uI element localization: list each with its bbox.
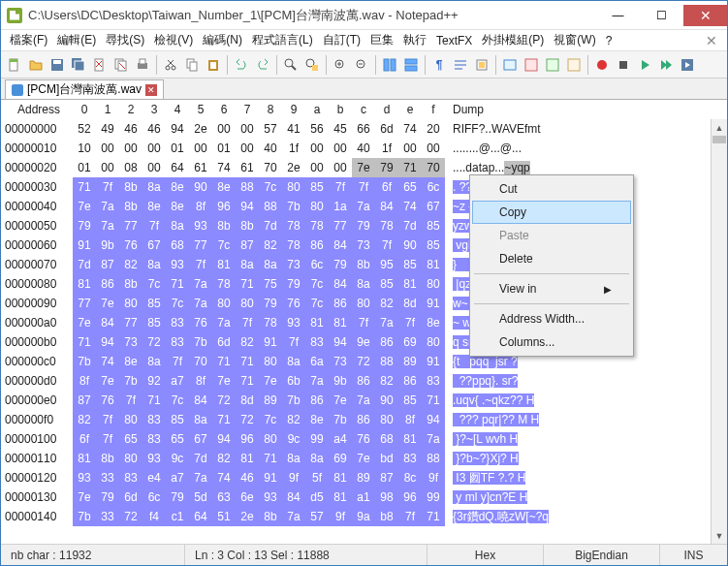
hex-byte[interactable]: 72 <box>212 391 236 410</box>
hex-byte[interactable]: 85 <box>398 255 422 274</box>
hex-byte[interactable]: 79 <box>282 274 305 294</box>
hex-byte[interactable]: 7a <box>189 294 212 313</box>
hex-row[interactable]: 000000101000000001000100401f0000401f0000… <box>1 139 727 158</box>
hex-byte[interactable]: 88 <box>259 197 282 216</box>
hex-byte[interactable]: bd <box>375 449 398 468</box>
hex-byte[interactable]: 7a <box>305 371 329 391</box>
hex-byte[interactable]: 7e <box>352 158 375 177</box>
hex-byte[interactable]: 7b <box>282 197 305 216</box>
hex-byte[interactable]: 7e <box>73 313 96 332</box>
hex-byte[interactable]: 6d <box>119 487 142 507</box>
hex-byte[interactable]: 7f <box>96 410 119 429</box>
hex-byte[interactable]: 61 <box>189 158 212 177</box>
hex-byte[interactable]: 2e <box>236 507 259 526</box>
hex-byte[interactable]: 7a <box>189 274 212 294</box>
hex-byte[interactable]: 67 <box>189 429 212 449</box>
hex-byte[interactable]: 73 <box>119 332 142 352</box>
hex-byte[interactable]: 80 <box>305 197 329 216</box>
hex-byte[interactable]: 99 <box>422 487 445 507</box>
hex-byte[interactable]: 9c <box>166 449 189 468</box>
cut-icon[interactable] <box>161 55 180 75</box>
hex-byte[interactable]: 71 <box>236 352 259 371</box>
hex-byte[interactable]: 1a <box>329 197 352 216</box>
hex-byte[interactable]: 86 <box>96 274 119 294</box>
hex-byte[interactable]: 8a <box>305 449 329 468</box>
hex-byte[interactable]: f4 <box>142 507 166 526</box>
hex-byte[interactable]: 7c <box>212 236 236 255</box>
hex-byte[interactable]: 96 <box>398 487 422 507</box>
hex-byte[interactable]: 45 <box>329 119 352 139</box>
hex-byte[interactable]: 85 <box>142 294 166 313</box>
hex-byte[interactable]: 80 <box>212 294 236 313</box>
hex-byte[interactable]: 84 <box>96 313 119 332</box>
hex-byte[interactable]: 00 <box>142 158 166 177</box>
hex-byte[interactable]: a1 <box>352 487 375 507</box>
hex-row[interactable]: 000000f0827f8083858a71727c828e7b86808f94… <box>1 410 727 429</box>
hex-byte[interactable]: 7a <box>96 197 119 216</box>
hex-byte[interactable]: 71 <box>398 158 422 177</box>
hex-byte[interactable]: 7f <box>119 391 142 410</box>
hex-byte[interactable]: 8b <box>119 274 142 294</box>
hex-byte[interactable]: 96 <box>236 429 259 449</box>
hex-dump[interactable]: ??ppq}. sr? <box>445 371 723 391</box>
hex-byte[interactable]: a7 <box>166 468 189 487</box>
hex-byte[interactable]: 81 <box>212 255 236 274</box>
hex-byte[interactable]: 79 <box>166 487 189 507</box>
hex-byte[interactable]: 8a <box>142 255 166 274</box>
hex-byte[interactable]: 85 <box>422 236 445 255</box>
hex-byte[interactable]: 79 <box>73 216 96 236</box>
hex-byte[interactable]: 94 <box>422 410 445 429</box>
hex-byte[interactable]: 85 <box>375 274 398 294</box>
sync-v-icon[interactable] <box>380 55 399 75</box>
hex-byte[interactable]: 41 <box>282 119 305 139</box>
hex-byte[interactable]: 8e <box>166 177 189 197</box>
hex-byte[interactable]: 7c <box>142 274 166 294</box>
hex-byte[interactable]: 81 <box>73 274 96 294</box>
hex-byte[interactable]: 9f <box>422 468 445 487</box>
doc-map-icon[interactable] <box>522 55 541 75</box>
hex-byte[interactable]: 86 <box>398 371 422 391</box>
hex-dump[interactable]: RIFF?..WAVEfmt <box>445 119 723 139</box>
hex-byte[interactable]: 8e <box>166 197 189 216</box>
hex-byte[interactable]: 63 <box>212 487 236 507</box>
hex-byte[interactable]: 1f <box>375 139 398 158</box>
hex-byte[interactable]: 6a <box>305 352 329 371</box>
tab-close-icon[interactable]: ✕ <box>145 84 157 96</box>
hex-byte[interactable]: 94 <box>166 119 189 139</box>
hex-byte[interactable]: 95 <box>375 255 398 274</box>
hex-byte[interactable]: 88 <box>236 177 259 197</box>
hex-byte[interactable]: 78 <box>282 236 305 255</box>
hex-byte[interactable]: 7e <box>96 294 119 313</box>
hex-byte[interactable]: 84 <box>329 274 352 294</box>
hex-byte[interactable]: 7f <box>96 429 119 449</box>
hex-byte[interactable]: 8b <box>119 197 142 216</box>
hex-byte[interactable]: 46 <box>236 468 259 487</box>
save-icon[interactable] <box>47 55 67 75</box>
hex-byte[interactable]: 9b <box>96 236 119 255</box>
hex-byte[interactable]: 72 <box>236 410 259 429</box>
hex-byte[interactable]: 77 <box>189 236 212 255</box>
hex-byte[interactable]: 00 <box>142 139 166 158</box>
hex-byte[interactable]: 7f <box>375 236 398 255</box>
hex-byte[interactable]: 81 <box>329 487 352 507</box>
hex-byte[interactable]: 94 <box>329 332 352 352</box>
hex-byte[interactable]: 80 <box>352 294 375 313</box>
hex-byte[interactable]: 71 <box>422 507 445 526</box>
ctx-cut[interactable]: Cut <box>472 177 631 201</box>
hex-byte[interactable]: 76 <box>352 429 375 449</box>
scroll-down-icon[interactable]: ▼ <box>712 527 727 544</box>
hex-byte[interactable]: 76 <box>96 391 119 410</box>
hex-byte[interactable]: 83 <box>142 429 166 449</box>
hex-byte[interactable]: 82 <box>375 371 398 391</box>
hex-byte[interactable]: 7a <box>189 468 212 487</box>
hex-byte[interactable]: a4 <box>329 429 352 449</box>
hex-byte[interactable]: 7e <box>352 449 375 468</box>
hex-byte[interactable]: 71 <box>73 332 96 352</box>
hex-byte[interactable]: 46 <box>142 119 166 139</box>
hex-byte[interactable]: 83 <box>166 313 189 332</box>
hex-byte[interactable]: 6e <box>236 487 259 507</box>
hex-byte[interactable]: 7d <box>189 449 212 468</box>
hex-byte[interactable]: 78 <box>305 216 329 236</box>
hex-byte[interactable]: 33 <box>96 468 119 487</box>
vertical-scrollbar[interactable]: ▲ ▼ <box>711 119 727 544</box>
